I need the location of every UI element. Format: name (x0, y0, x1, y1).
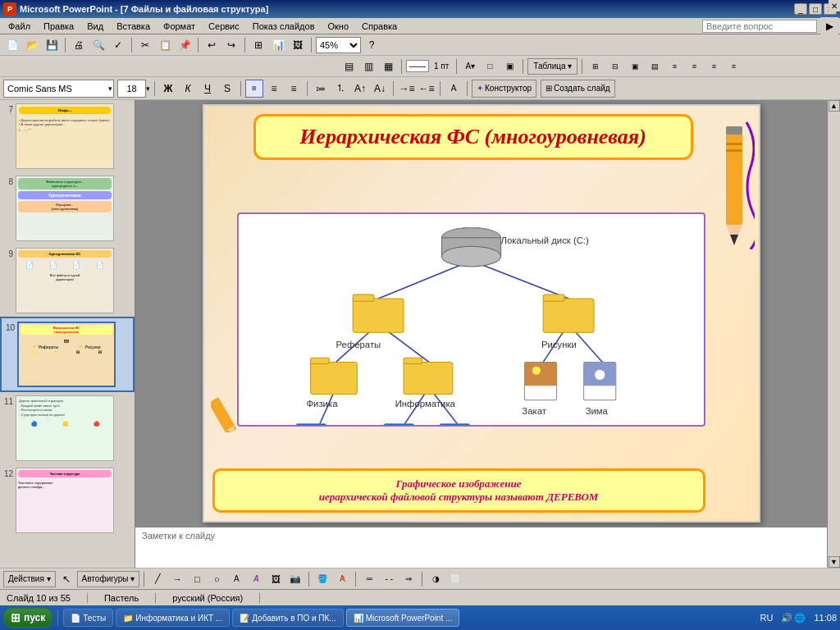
align-center-button[interactable]: ≡ (265, 80, 283, 98)
table-fill-btn[interactable]: ▤ (646, 57, 664, 75)
slide-thumb-8[interactable]: 8 Файловые структуры –однородные и... Од… (0, 172, 135, 244)
help-button[interactable]: ? (363, 36, 381, 54)
split-cells-btn[interactable]: ⊟ (606, 57, 624, 75)
indent-more-button[interactable]: →≡ (398, 80, 416, 98)
slide-canvas[interactable]: Иерархическая ФС (многоуровневая) (203, 104, 760, 523)
preview-button[interactable]: 🔍 (89, 36, 107, 54)
scroll-down-button[interactable]: ▼ (829, 556, 840, 568)
table-style-btn1[interactable]: ≡ (665, 57, 683, 75)
constructor-button[interactable]: ✦ Конструктор (472, 80, 536, 98)
shadow-style-btn[interactable]: ◑ (427, 570, 445, 588)
table-style-btn2[interactable]: ≡ (685, 57, 703, 75)
new-button[interactable]: 📄 (3, 36, 21, 54)
italic-button[interactable]: К (179, 80, 197, 98)
line-tool[interactable]: ╱ (148, 570, 167, 588)
paste-button[interactable]: 📌 (176, 36, 194, 54)
slide-thumb-9[interactable]: 9 Одноуровневая ФС 📄📄📄📄 Все файлы в одно… (0, 244, 135, 317)
slide-thumb-10[interactable]: 10 Иерархическая ФС(многоуровневая) 🖴 📁 … (0, 317, 135, 392)
help-input[interactable] (702, 20, 817, 33)
menu-help[interactable]: Справка (355, 20, 404, 33)
actions-button[interactable]: Действия ▾ (3, 571, 56, 587)
redo-button[interactable]: ↪ (222, 36, 240, 54)
border-btn[interactable]: ▣ (500, 57, 518, 75)
insert-clipart[interactable]: 🖼 (267, 570, 285, 588)
font-color-btn2[interactable]: A (333, 570, 351, 588)
maximize-button[interactable]: □ (809, 3, 822, 15)
slide-thumb-12[interactable]: 12 Частная структура Текстовое содержани… (0, 464, 135, 536)
wordart-tool[interactable]: A (247, 570, 265, 588)
increase-font-button[interactable]: A↑ (351, 80, 369, 98)
menu-insert[interactable]: Вставка (110, 20, 157, 33)
taskbar-informatika[interactable]: 📁 Информатика и ИКТ ... (116, 609, 230, 627)
shadow-btn[interactable]: □ (481, 57, 499, 75)
font-size-input[interactable] (117, 80, 146, 98)
menu-tools[interactable]: Сервис (202, 20, 246, 33)
insert-image[interactable]: 📷 (286, 570, 304, 588)
bullets-button[interactable]: ≔ (312, 80, 330, 98)
numbering-button[interactable]: ⒈ (331, 80, 349, 98)
arrow-style-btn[interactable]: ⇒ (399, 570, 418, 588)
save-button[interactable]: 💾 (43, 36, 61, 54)
taskbar-powerpoint[interactable]: 📊 Microsoft PowerPoint ... (346, 609, 460, 627)
select-button[interactable]: ↖ (57, 570, 75, 588)
insert-table-button[interactable]: ⊞ (249, 36, 267, 54)
undo-button[interactable]: ↩ (203, 36, 221, 54)
bold-button[interactable]: Ж (159, 80, 177, 98)
align-left-button[interactable]: ≡ (245, 80, 263, 98)
insert-chart-button[interactable]: 📊 (269, 36, 287, 54)
table-style-btn3[interactable]: ≡ (705, 57, 723, 75)
scroll-up-button[interactable]: ▲ (829, 100, 840, 112)
3d-style-btn[interactable]: ⬜ (446, 570, 464, 588)
line-style-btn[interactable]: ═ (360, 570, 378, 588)
taskbar-tests[interactable]: 📄 Тесты (63, 609, 113, 627)
print-button[interactable]: 🖨 (70, 36, 88, 54)
merge-cells-btn[interactable]: ⊞ (587, 57, 605, 75)
menu-slideshow[interactable]: Показ слайдов (246, 20, 322, 33)
decrease-font-button[interactable]: A↓ (371, 80, 389, 98)
open-button[interactable]: 📂 (23, 36, 41, 54)
help-search-button[interactable]: ▶ (820, 17, 838, 35)
tb2-btn1[interactable]: ▤ (340, 57, 358, 75)
font-dropdown-arrow[interactable]: ▾ (108, 84, 112, 93)
menu-view[interactable]: Вид (80, 20, 110, 33)
start-button[interactable]: ⊞ пуск (3, 608, 52, 628)
bottom-text-box: Графическое изображение иерархической фа… (212, 468, 705, 513)
slide-image-10: Иерархическая ФС(многоуровневая) 🖴 📁 Реф… (17, 322, 116, 387)
menu-edit[interactable]: Правка (37, 20, 80, 33)
textbox-tool[interactable]: A (227, 570, 245, 588)
create-slide-button[interactable]: ⊞ Создать слайд (541, 80, 615, 98)
size-dropdown-arrow[interactable]: ▾ (146, 84, 150, 93)
autoshapes-button[interactable]: Автофигуры ▾ (77, 571, 140, 587)
tb2-btn2[interactable]: ▥ (359, 57, 377, 75)
underline-button[interactable]: Ч (199, 80, 217, 98)
slide-image-8: Файловые структуры –однородные и... Одно… (16, 176, 114, 241)
slide-thumb-11[interactable]: 11 Дерево файловой структуры:- Каждый фа… (0, 392, 135, 464)
ellipse-tool[interactable]: ○ (208, 570, 226, 588)
color-fill-btn[interactable]: A▾ (461, 57, 479, 75)
insert-picture-button[interactable]: 🖼 (289, 36, 307, 54)
zoom-select[interactable]: 45% 50% 75% 100% (316, 37, 361, 53)
table-style-btn4[interactable]: ≡ (724, 57, 742, 75)
notes-area[interactable]: Заметки к слайду (135, 527, 827, 568)
menu-format[interactable]: Формат (157, 20, 202, 33)
indent-less-button[interactable]: ←≡ (418, 80, 436, 98)
font-color-button[interactable]: A (445, 80, 463, 98)
taskbar-add[interactable]: 📝 Добавить в ПО и ПК... (232, 609, 344, 627)
arrow-tool[interactable]: → (168, 570, 186, 588)
spell-button[interactable]: ✓ (109, 36, 127, 54)
dash-style-btn[interactable]: - - (380, 570, 398, 588)
slide-thumb-7[interactable]: 7 Инфо... • Директории мена файлов имею … (0, 100, 135, 172)
copy-button[interactable]: 📋 (156, 36, 174, 54)
table-dropdown-btn[interactable]: Таблица ▾ (527, 58, 578, 75)
menu-window[interactable]: Окно (322, 20, 356, 33)
rectangle-tool[interactable]: □ (188, 570, 206, 588)
table-border-btn[interactable]: ▣ (626, 57, 644, 75)
minimize-button[interactable]: _ (794, 3, 807, 15)
strikethrough-button[interactable]: S (218, 80, 236, 98)
fill-color-btn[interactable]: 🪣 (313, 570, 331, 588)
font-name-input[interactable] (3, 80, 114, 98)
tb2-btn3[interactable]: ▦ (379, 57, 397, 75)
cut-button[interactable]: ✂ (136, 36, 154, 54)
align-right-button[interactable]: ≡ (285, 80, 303, 98)
menu-file[interactable]: Файл (2, 20, 37, 33)
